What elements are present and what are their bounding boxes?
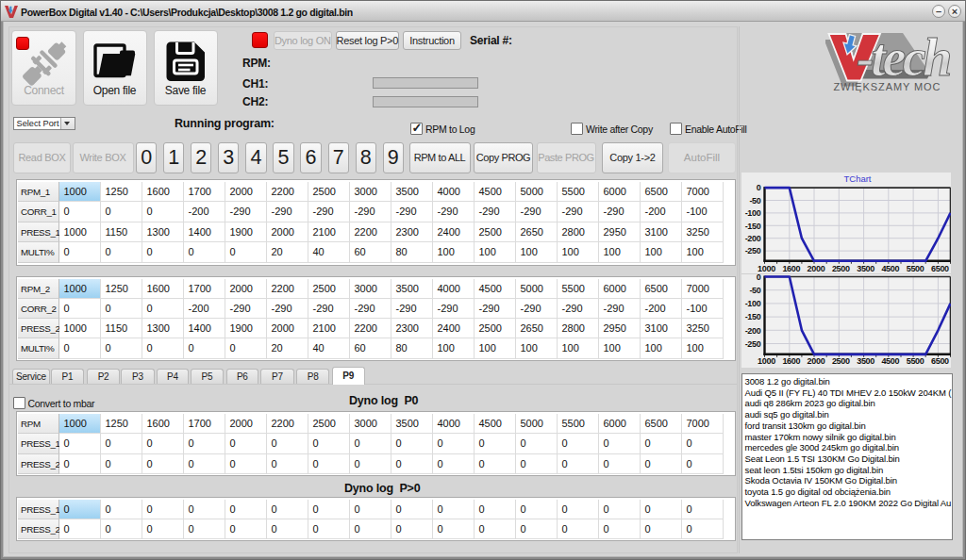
svg-text:6500: 6500 <box>930 355 948 365</box>
svg-text:2000: 2000 <box>807 355 824 365</box>
svg-text:1000: 1000 <box>758 263 775 272</box>
svg-text:0: 0 <box>756 274 760 282</box>
svg-text:2500: 2500 <box>831 263 849 272</box>
svg-text:0: 0 <box>756 183 760 192</box>
svg-text:4500: 4500 <box>881 355 899 365</box>
svg-text:1000: 1000 <box>758 355 775 365</box>
svg-text:3500: 3500 <box>857 263 874 272</box>
svg-text:-150: -150 <box>744 221 760 230</box>
svg-text:-150: -150 <box>744 312 760 321</box>
svg-text:-250: -250 <box>744 246 760 255</box>
svg-text:-200: -200 <box>744 325 760 335</box>
svg-text:2000: 2000 <box>807 263 824 272</box>
svg-text:TChart: TChart <box>843 173 871 184</box>
svg-text:-100: -100 <box>744 299 760 308</box>
svg-text:-tech: -tech <box>857 28 950 87</box>
svg-text:-50: -50 <box>749 195 760 205</box>
svg-text:5500: 5500 <box>906 263 924 272</box>
svg-text:3500: 3500 <box>857 355 874 365</box>
svg-text:-200: -200 <box>744 233 760 242</box>
svg-text:6500: 6500 <box>930 263 948 272</box>
svg-text:1600: 1600 <box>782 263 800 272</box>
svg-text:-100: -100 <box>744 208 760 218</box>
svg-text:1600: 1600 <box>782 355 800 365</box>
svg-text:-250: -250 <box>744 338 760 348</box>
svg-text:2500: 2500 <box>831 355 849 365</box>
svg-text:4500: 4500 <box>881 263 899 272</box>
svg-text:5500: 5500 <box>906 355 924 365</box>
svg-text:-50: -50 <box>749 285 760 294</box>
